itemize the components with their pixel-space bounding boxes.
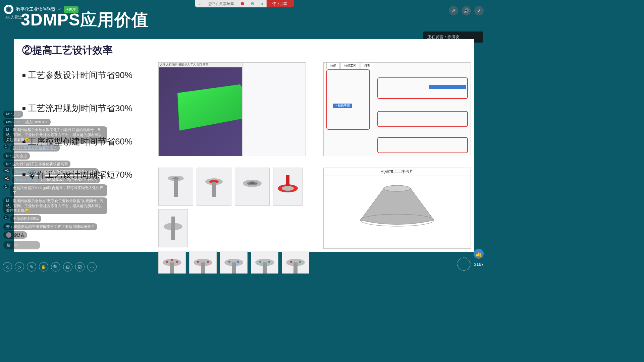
chat-message: M** 来了	[3, 111, 107, 118]
svg-point-34	[299, 261, 301, 263]
svg-point-25	[228, 261, 230, 263]
tree-tab: 特征工艺	[340, 63, 360, 69]
part-thumb	[273, 168, 303, 206]
svg-point-11	[282, 186, 294, 191]
svg-rect-23	[201, 262, 205, 274]
channel-avatar[interactable]	[4, 5, 13, 14]
part-thumb	[251, 251, 278, 274]
chat-message: 1不考虑热处理吗	[3, 215, 107, 222]
chat-bubble: 芳：模型驱动的三维智能零件工艺主要适用哪些场景？	[3, 223, 97, 230]
chat-bubble: M** 来了	[3, 111, 23, 118]
part-thumb	[158, 168, 193, 206]
play-button[interactable]: ▷	[15, 262, 24, 272]
like-count: 3167	[474, 262, 484, 267]
svg-point-8	[249, 182, 255, 184]
chat-message: M：直播回放稍后会放在"数字化工业软件联盟"的视频号、B站、官网、工业软件云社区…	[3, 197, 107, 215]
chat-badge: +1	[3, 168, 10, 173]
svg-rect-13	[171, 217, 175, 227]
chat-bubble: Roland.Wang：比较适合咱们零部件很复杂的场景	[12, 168, 98, 175]
chat-message: +1Roland.Wang：比较适合咱们零部件很复杂的场景	[3, 168, 107, 175]
speaking-name: 徐济友	[447, 35, 460, 39]
fullscreen-button[interactable]: ⤢	[474, 6, 484, 15]
cone-part-icon	[347, 180, 447, 230]
hand-button[interactable]: ✋	[39, 262, 48, 272]
prev-button[interactable]: ◁	[3, 262, 12, 272]
slide-subtitle: ②提高工艺设计效率	[22, 44, 466, 57]
svg-point-26	[237, 261, 239, 263]
process-card-figure: 机械加工工序卡片	[323, 168, 471, 249]
screen-share-bar: ⇃ 您正在共享屏幕 ⛨ ııl 停止共享	[195, 0, 293, 7]
tree-tabs: 特征 特征工艺 模型	[326, 63, 374, 69]
chat-overlay: M** 来了MWU.DS：接入ChatGPTM：直播回放稍后会放在数字化工业软件…	[3, 111, 107, 249]
svg-rect-31	[263, 262, 267, 274]
settings-gear-icon[interactable]	[457, 257, 471, 271]
svg-rect-27	[232, 262, 236, 274]
chat-bubble: 不考虑热处理吗	[10, 215, 41, 222]
svg-point-33	[290, 261, 292, 263]
bottom-right: 3167	[457, 257, 484, 271]
chat-badge: 1	[3, 144, 9, 149]
volume-button[interactable]: 🔊	[462, 6, 471, 15]
svg-rect-14	[171, 227, 175, 240]
chat-bubble: 我们工艺员是不是要下岗了	[10, 144, 60, 152]
pen-button[interactable]: ✎	[27, 262, 36, 272]
chat-message: 1要是跟要是跟chat gpt联合起来，都可以实现无人化生产了	[3, 184, 107, 196]
stop-share-button[interactable]: 停止共享	[266, 0, 293, 7]
part-thumb	[189, 251, 217, 274]
presenter-avatar	[6, 232, 11, 238]
red-highlight-box	[377, 111, 468, 127]
share-button[interactable]: ↗	[449, 6, 458, 15]
process-card-title: 机械加工工序卡片	[324, 168, 471, 176]
presenter-row: 徐济友	[3, 231, 27, 239]
chat-bubble: N：这对我们的工艺标准化要求很高啊	[3, 161, 70, 168]
chat-badge: +1	[3, 176, 10, 181]
top-right-controls: ↗ 🔊 ⤢	[449, 6, 484, 15]
red-highlight-box	[377, 137, 468, 153]
shield-icon: ⛨	[248, 2, 258, 6]
chat-badge: 1	[3, 215, 9, 220]
part-thumbnails	[158, 168, 309, 274]
more-button[interactable]: ⋯	[87, 262, 97, 272]
slide-main-title: 3DMPS应用价值	[21, 9, 149, 31]
svg-rect-5	[212, 182, 216, 197]
svg-point-16	[166, 261, 168, 263]
chat-bubble: N：这对企业	[3, 153, 30, 160]
svg-point-2	[172, 177, 179, 179]
part-thumb	[158, 251, 186, 274]
svg-rect-19	[170, 262, 174, 274]
chat-bubble: M：直播回放稍后会放在数字化工业软件联盟的视频号、B站、官网、工业软件云社区等官…	[3, 126, 107, 143]
tree-tab: 模型	[361, 63, 374, 69]
signal-icon: ııl	[258, 2, 267, 6]
chat-message: MWU.DS：接入ChatGPT	[3, 119, 107, 126]
chat-message: 1我们工艺员是不是要下岗了	[3, 144, 107, 152]
record-icon	[241, 2, 244, 5]
svg-point-22	[207, 261, 209, 263]
tree-tab: 特征	[326, 63, 340, 69]
chat-message: N：这对企业	[3, 153, 107, 160]
part-thumb	[282, 251, 309, 274]
speaking-label: 正在发言：	[427, 35, 447, 39]
chat-badge: 1	[3, 184, 9, 189]
svg-rect-35	[293, 262, 298, 274]
part-thumb	[197, 168, 231, 206]
bottom-controls: ◁▷✎✋🔍⊞☑⋯	[3, 262, 97, 272]
chat-message: M：直播回放稍后会放在数字化工业软件联盟的视频号、B站、官网、工业软件云社区等官…	[3, 126, 107, 143]
process-tree-figure: 特征 特征工艺 模型 ✓精铣平面	[323, 62, 471, 156]
svg-point-17	[176, 261, 178, 263]
chat-input[interactable]: 聊一聊	[3, 241, 40, 249]
chat-bubble: MWU.DS：接入ChatGPT	[3, 119, 51, 126]
svg-point-21	[197, 261, 199, 263]
chat-message: N：这对我们的工艺标准化要求很高啊	[3, 161, 107, 168]
presenter-name: 徐济友	[13, 233, 24, 238]
mic-icon: ⇃	[199, 2, 202, 6]
chat-message: 芳：模型驱动的三维智能零件工艺主要适用哪些场景？	[3, 223, 107, 230]
grid-button[interactable]: ⊞	[63, 262, 72, 272]
chat-bubble: M：直播回放稍后会放在"数字化工业软件联盟"的视频号、B站、官网、工业软件云社区…	[3, 197, 107, 215]
zoom-button[interactable]: 🔍	[51, 262, 60, 272]
sharing-text: 您正在共享屏幕	[205, 1, 237, 6]
selected-cell	[429, 85, 466, 89]
check-button[interactable]: ☑	[75, 262, 85, 272]
svg-point-36	[384, 185, 411, 191]
chat-bubble: 要是跟要是跟chat gpt联合起来，都可以实现无人化生产了	[10, 184, 107, 196]
part-thumb	[235, 168, 270, 206]
